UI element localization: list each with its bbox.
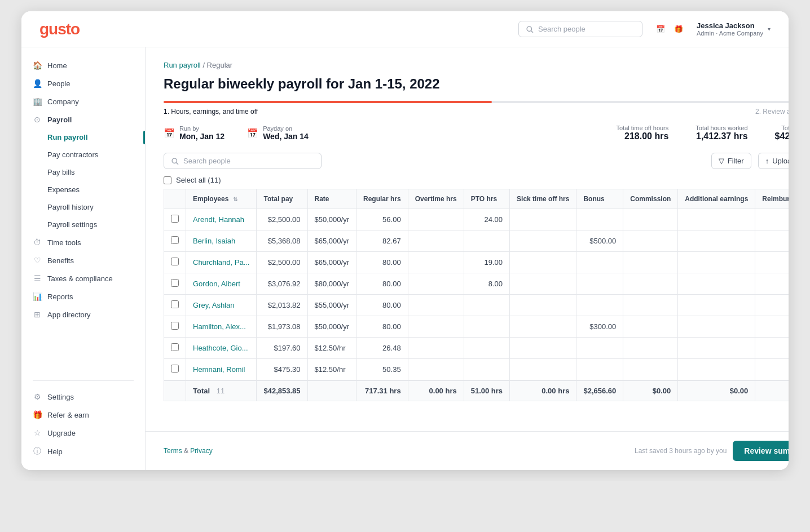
employee-link[interactable]: Arendt, Hannah [193,215,244,224]
sidebar-item-payroll-history[interactable]: Payroll history [21,198,145,216]
sick-hrs [510,295,576,316]
user-chevron-icon: ▾ [768,26,771,32]
total-pay: $2,500.00 [257,252,307,273]
sidebar-item-settings[interactable]: ⚙ Settings [21,388,145,406]
home-icon: 🏠 [33,61,42,70]
sidebar-item-payroll-settings[interactable]: Payroll settings [21,216,145,233]
upload-csv-button[interactable]: ↑ Upload CSV [758,153,789,169]
filter-button[interactable]: ▽ Filter [711,153,751,169]
total-pay: $3,076.92 [257,273,307,295]
additional [678,316,755,338]
table-controls: Search people ▽ Filter ↑ Upload CSV [164,153,789,169]
pto-hrs [464,338,509,359]
row-checkbox[interactable] [171,343,179,351]
employee-name: Hemnani, Romil [186,359,257,381]
page-title: Regular biweekly payroll for Jan 1-15, 2… [164,76,789,92]
employee-link[interactable]: Churchland, Pa... [193,258,249,267]
commission [623,273,678,295]
sidebar-item-expenses[interactable]: Expenses [21,181,145,198]
bonus: $500.00 [576,230,623,252]
calendar-icon[interactable]: 📅 [656,25,665,33]
sidebar-item-benefits[interactable]: ♡ Benefits [21,251,145,269]
employee-name: Arendt, Hannah [186,209,257,230]
sidebar-item-reports[interactable]: 📊 Reports [21,287,145,305]
sidebar-item-app-directory[interactable]: ⊞ App directory [21,305,145,323]
employee-name: Churchland, Pa... [186,252,257,273]
reimbursement [755,338,789,359]
row-checkbox[interactable] [171,365,179,373]
review-summary-button[interactable]: Review summary [733,441,789,461]
sick-hrs [510,209,576,230]
sidebar-item-taxes[interactable]: ☰ Taxes & compliance [21,269,145,287]
sidebar-item-label: App directory [47,311,91,319]
sick-hrs [510,359,576,381]
sidebar-item-payroll[interactable]: ⊙ Payroll [21,110,145,128]
privacy-link[interactable]: Privacy [190,447,212,455]
global-search-placeholder: Search people [538,25,586,33]
sidebar-item-company[interactable]: 🏢 Company [21,92,145,110]
total-pay: $1,973.08 [257,316,307,338]
employee-link[interactable]: Heathcote, Gio... [193,344,248,352]
rate: $50,000/yr [307,316,356,338]
table-row: Churchland, Pa... $2,500.00 $65,000/yr 8… [164,252,789,273]
total-pay: $2,500.00 [257,209,307,230]
overtime-hrs [408,338,464,359]
col-header-employees[interactable]: Employees ⇅ [186,189,257,209]
row-checkbox[interactable] [171,236,179,244]
sidebar-item-help[interactable]: ⓘ Help [21,442,145,461]
regular-hrs: 80.00 [356,252,408,273]
meta-stats: Total time off hours 218.00 hrs Total ho… [617,125,789,141]
col-header-regular-hrs: Regular hrs [356,189,408,209]
employee-link[interactable]: Berlin, Isaiah [193,237,235,245]
pto-hrs: 19.00 [464,252,509,273]
sidebar-item-upgrade[interactable]: ☆ Upgrade [21,424,145,442]
time-off-label: Total time off hours [617,125,669,131]
sidebar-item-people[interactable]: 👤 People [21,74,145,92]
row-checkbox[interactable] [171,279,179,287]
sidebar: 🏠 Home 👤 People 🏢 Company ⊙ Payroll Run … [21,47,146,470]
company-icon: 🏢 [33,97,42,106]
row-checkbox[interactable] [171,258,179,265]
sick-hrs [510,230,576,252]
hours-worked-label: Total hours worked [695,125,747,131]
select-all-checkbox[interactable] [164,176,171,184]
employee-link[interactable]: Hamilton, Alex... [193,322,246,331]
overtime-hrs [408,316,464,338]
col-header-checkbox [164,189,186,209]
total-earnings-label: Total earnings [775,125,789,131]
global-search[interactable]: Search people [518,21,642,37]
regular-hrs: 80.00 [356,273,408,295]
sidebar-item-refer-earn[interactable]: 🎁 Refer & earn [21,406,145,424]
breadcrumb-link[interactable]: Run payroll [164,61,201,69]
user-menu[interactable]: Jessica Jackson Admin · Acme Company ▾ [697,21,771,37]
rate: $12.50/hr [307,359,356,381]
sidebar-item-home[interactable]: 🏠 Home [21,56,145,74]
employee-link[interactable]: Gordon, Albert [193,280,240,288]
progress-step-2: 2. Review and submit [755,108,789,116]
row-checkbox[interactable] [171,300,179,308]
bonus [576,338,623,359]
sidebar-item-pay-contractors[interactable]: Pay contractors [21,146,145,163]
sidebar-item-run-payroll[interactable]: Run payroll [21,128,145,146]
additional [678,252,755,273]
sidebar-item-pay-bills[interactable]: Pay bills [21,163,145,181]
select-all-label[interactable]: Select all (11) [176,176,221,184]
sidebar-item-label: Reports [47,292,73,301]
sidebar-item-time-tools[interactable]: ⏱ Time tools [21,233,145,251]
refer-icon: 🎁 [33,410,42,419]
help-icon: ⓘ [33,446,42,456]
nav-icons: 📅 🎁 [656,25,683,33]
bonus [576,252,623,273]
settings-icon: ⚙ [33,392,42,401]
row-checkbox[interactable] [171,322,179,330]
table-row: Grey, Ashlan $2,013.82 $55,000/yr 80.00 [164,295,789,316]
employee-link[interactable]: Hemnani, Romil [193,365,245,374]
terms-link[interactable]: Terms [164,447,182,455]
table-row: Arendt, Hannah $2,500.00 $50,000/yr 56.0… [164,209,789,230]
employee-name: Heathcote, Gio... [186,338,257,359]
employee-link[interactable]: Grey, Ashlan [193,301,234,309]
gift-icon[interactable]: 🎁 [674,25,683,33]
table-search[interactable]: Search people [164,153,322,169]
reimbursement [755,273,789,295]
row-checkbox[interactable] [171,215,179,223]
